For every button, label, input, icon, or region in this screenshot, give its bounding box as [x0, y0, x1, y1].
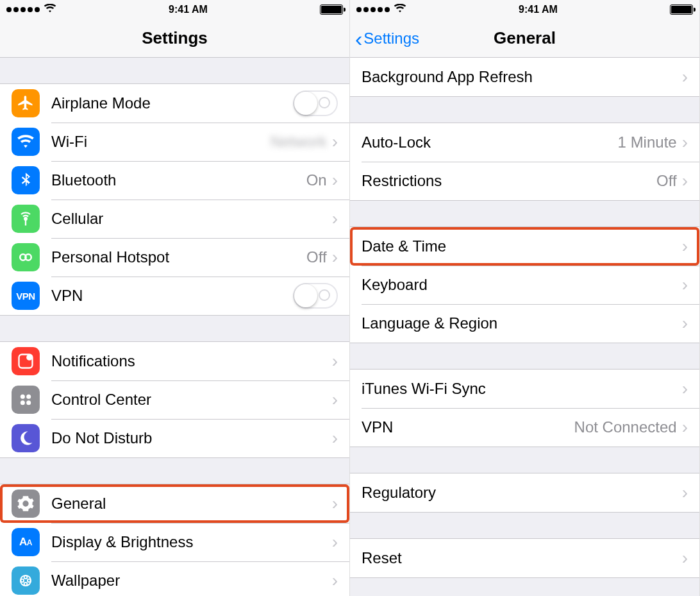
- row-label: Regulatory: [362, 484, 682, 502]
- chevron-right-icon: ›: [682, 549, 688, 567]
- row-language-region[interactable]: Language & Region ›: [350, 304, 699, 343]
- row-control-center[interactable]: Control Center ›: [0, 380, 349, 419]
- chevron-right-icon: ›: [682, 237, 688, 255]
- row-label: Auto-Lock: [362, 133, 618, 151]
- row-label: Wallpaper: [51, 572, 332, 590]
- row-label: iTunes Wi-Fi Sync: [362, 380, 682, 398]
- page-title: Settings: [142, 28, 208, 48]
- battery-icon: [320, 4, 343, 15]
- row-label: Display & Brightness: [51, 533, 332, 551]
- svg-point-7: [21, 400, 25, 405]
- row-label: Reset: [362, 549, 682, 567]
- row-notifications[interactable]: Notifications ›: [0, 342, 349, 380]
- general-group-regulatory: Regulatory ›: [350, 473, 699, 513]
- chevron-right-icon: ›: [682, 68, 688, 86]
- row-bluetooth[interactable]: Bluetooth On ›: [0, 161, 349, 200]
- wifi-network-value: Network: [271, 133, 327, 151]
- chevron-right-icon: ›: [682, 276, 688, 294]
- notifications-icon: [12, 347, 40, 375]
- wallpaper-icon: [12, 566, 40, 595]
- svg-point-8: [26, 400, 31, 405]
- restrictions-value: Off: [656, 172, 677, 190]
- cellular-icon: [12, 205, 40, 233]
- chevron-right-icon: ›: [332, 429, 338, 447]
- chevron-right-icon: ›: [332, 210, 338, 228]
- row-label: VPN: [362, 418, 574, 436]
- row-label: Notifications: [51, 352, 332, 370]
- chevron-right-icon: ›: [682, 484, 688, 502]
- svg-point-0: [24, 217, 27, 220]
- row-label: Bluetooth: [51, 171, 306, 189]
- row-regulatory[interactable]: Regulatory ›: [350, 473, 699, 512]
- row-vpn[interactable]: VPN Not Connected ›: [350, 408, 699, 447]
- row-general[interactable]: General ›: [0, 484, 349, 523]
- hotspot-icon: [12, 243, 40, 271]
- vpn-value: Not Connected: [574, 418, 677, 436]
- status-left: [356, 4, 406, 15]
- status-left: [6, 4, 56, 15]
- general-group-lock: Auto-Lock 1 Minute › Restrictions Off ›: [350, 123, 699, 201]
- row-date-time[interactable]: Date & Time ›: [350, 227, 699, 266]
- row-label: Language & Region: [362, 314, 682, 332]
- chevron-right-icon: ›: [682, 314, 688, 332]
- hotspot-value: Off: [306, 248, 327, 266]
- nav-bar: ‹ Settings General: [350, 19, 699, 58]
- row-reset[interactable]: Reset ›: [350, 539, 699, 577]
- wifi-status-icon: [394, 4, 406, 15]
- display-icon: AA: [12, 528, 40, 556]
- row-label: Restrictions: [362, 172, 656, 190]
- svg-point-6: [26, 395, 31, 399]
- svg-point-10: [24, 575, 28, 579]
- signal-strength-icon: [6, 7, 40, 12]
- row-airplane-mode[interactable]: Airplane Mode: [0, 84, 349, 123]
- vpn-toggle[interactable]: [293, 283, 338, 309]
- row-itunes-wifi-sync[interactable]: iTunes Wi-Fi Sync ›: [350, 370, 699, 408]
- chevron-right-icon: ›: [332, 248, 338, 266]
- chevron-right-icon: ›: [332, 352, 338, 370]
- wifi-icon: [12, 128, 40, 156]
- svg-point-13: [21, 579, 24, 583]
- row-keyboard[interactable]: Keyboard ›: [350, 266, 699, 304]
- row-wallpaper[interactable]: Wallpaper ›: [0, 561, 349, 596]
- general-group-reset: Reset ›: [350, 538, 699, 578]
- row-do-not-disturb[interactable]: Do Not Disturb ›: [0, 419, 349, 457]
- row-label: Personal Hotspot: [51, 248, 306, 266]
- row-label: VPN: [51, 287, 293, 305]
- battery-icon: [670, 4, 693, 15]
- general-group-bgrefresh: Background App Refresh ›: [350, 58, 699, 97]
- row-personal-hotspot[interactable]: Personal Hotspot Off ›: [0, 238, 349, 277]
- general-group-locale: Date & Time › Keyboard › Language & Regi…: [350, 226, 699, 343]
- row-label: General: [51, 495, 332, 513]
- row-label: Airplane Mode: [51, 94, 293, 112]
- row-background-app-refresh[interactable]: Background App Refresh ›: [350, 58, 699, 96]
- back-label: Settings: [363, 30, 419, 47]
- row-label: Do Not Disturb: [51, 429, 332, 447]
- controlcenter-icon: [12, 386, 40, 414]
- row-vpn[interactable]: VPN VPN: [0, 277, 349, 315]
- general-list[interactable]: Background App Refresh › Auto-Lock 1 Min…: [350, 58, 699, 596]
- status-bar: 9:41 AM: [0, 0, 349, 19]
- back-button[interactable]: ‹ Settings: [355, 19, 419, 57]
- status-time: 9:41 AM: [519, 4, 558, 15]
- airplane-toggle[interactable]: [293, 90, 338, 116]
- row-restrictions[interactable]: Restrictions Off ›: [350, 162, 699, 200]
- chevron-right-icon: ›: [682, 380, 688, 398]
- row-cellular[interactable]: Cellular ›: [0, 200, 349, 238]
- row-label: Control Center: [51, 391, 332, 409]
- row-label: Wi-Fi: [51, 133, 271, 151]
- general-group-sync: iTunes Wi-Fi Sync › VPN Not Connected ›: [350, 369, 699, 447]
- settings-screen: 9:41 AM Settings Airplane Mode Wi-Fi: [0, 0, 350, 596]
- row-wifi[interactable]: Wi-Fi Network ›: [0, 123, 349, 161]
- row-label: Keyboard: [362, 276, 682, 294]
- row-display-brightness[interactable]: AA Display & Brightness ›: [0, 523, 349, 561]
- settings-list[interactable]: Airplane Mode Wi-Fi Network › Bluetooth …: [0, 58, 349, 596]
- nav-bar: Settings: [0, 19, 349, 58]
- page-title: General: [494, 28, 556, 48]
- general-screen: 9:41 AM ‹ Settings General Background Ap…: [350, 0, 700, 596]
- chevron-right-icon: ›: [332, 133, 338, 151]
- svg-point-5: [21, 395, 25, 399]
- status-time: 9:41 AM: [169, 4, 208, 15]
- row-auto-lock[interactable]: Auto-Lock 1 Minute ›: [350, 123, 699, 162]
- svg-point-11: [28, 579, 31, 583]
- chevron-right-icon: ›: [332, 533, 338, 551]
